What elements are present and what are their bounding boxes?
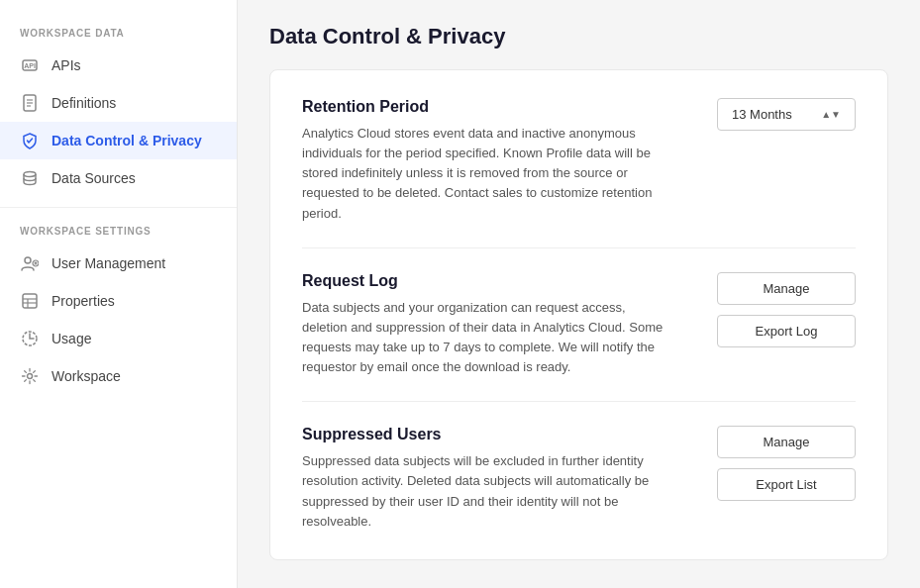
sidebar-divider [0,207,237,208]
definitions-icon [20,93,40,113]
request-log-export-button[interactable]: Export Log [717,315,856,347]
retention-dropdown-label: 13 Months [732,107,792,122]
sidebar-item-definitions[interactable]: Definitions [0,84,237,122]
suppressed-users-manage-button[interactable]: Manage [717,426,856,458]
workspace-icon [20,366,40,386]
suppressed-users-right: Manage Export List [697,426,856,501]
sidebar-item-data-sources-label: Data Sources [51,170,136,186]
shield-icon [20,131,40,150]
request-log-desc: Data subjects and your organization can … [302,298,673,378]
sidebar-item-usage[interactable]: Usage [0,320,237,357]
suppressed-users-title: Suppressed Users [302,426,673,443]
sidebar-item-properties-label: Properties [51,293,115,309]
suppressed-users-export-button[interactable]: Export List [717,468,856,501]
request-log-manage-button[interactable]: Manage [717,272,856,305]
request-log-right: Manage Export Log [697,272,856,347]
retention-period-desc: Analytics Cloud stores event data and in… [302,124,673,224]
user-management-icon [20,253,40,273]
sidebar-item-user-management-label: User Management [51,255,165,271]
svg-point-13 [28,374,33,379]
retention-period-title: Retention Period [302,98,673,116]
workspace-settings-section-label: WORKSPACE SETTINGS [0,226,237,245]
sidebar-item-workspace-label: Workspace [51,368,121,384]
suppressed-users-left: Suppressed Users Suppressed data subject… [302,426,673,532]
request-log-left: Request Log Data subjects and your organ… [302,272,673,378]
request-log-section: Request Log Data subjects and your organ… [302,248,856,403]
suppressed-users-section: Suppressed Users Suppressed data subject… [302,402,856,532]
retention-period-left: Retention Period Analytics Cloud stores … [302,98,673,224]
data-sources-icon [20,168,40,188]
properties-icon [20,291,40,311]
sidebar: WORKSPACE DATA API APIs Definitions [0,0,238,588]
request-log-title: Request Log [302,272,673,290]
svg-point-5 [24,172,36,177]
chevron-down-icon: ▲▼ [821,109,841,120]
sidebar-item-data-control-label: Data Control & Privacy [51,133,202,148]
sidebar-item-properties[interactable]: Properties [0,282,237,320]
sidebar-item-workspace[interactable]: Workspace [0,357,237,395]
sidebar-item-definitions-label: Definitions [51,95,116,111]
suppressed-users-desc: Suppressed data subjects will be exclude… [302,451,673,532]
retention-period-right: 13 Months ▲▼ [697,98,856,131]
sidebar-item-apis[interactable]: API APIs [0,47,237,84]
retention-period-section: Retention Period Analytics Cloud stores … [302,98,856,248]
sidebar-item-data-control[interactable]: Data Control & Privacy [0,122,237,159]
sidebar-item-data-sources[interactable]: Data Sources [0,159,237,197]
content-card: Retention Period Analytics Cloud stores … [269,69,888,560]
svg-rect-8 [23,294,37,308]
api-icon: API [20,55,40,75]
workspace-data-section-label: WORKSPACE DATA [0,28,237,47]
svg-point-6 [25,257,31,263]
main-content: Data Control & Privacy Retention Period … [238,0,920,588]
retention-dropdown[interactable]: 13 Months ▲▼ [717,98,856,131]
sidebar-item-apis-label: APIs [51,57,81,73]
sidebar-item-usage-label: Usage [51,331,91,346]
page-title: Data Control & Privacy [269,24,888,49]
sidebar-item-user-management[interactable]: User Management [0,245,237,282]
usage-icon [20,329,40,348]
svg-text:API: API [24,62,36,69]
